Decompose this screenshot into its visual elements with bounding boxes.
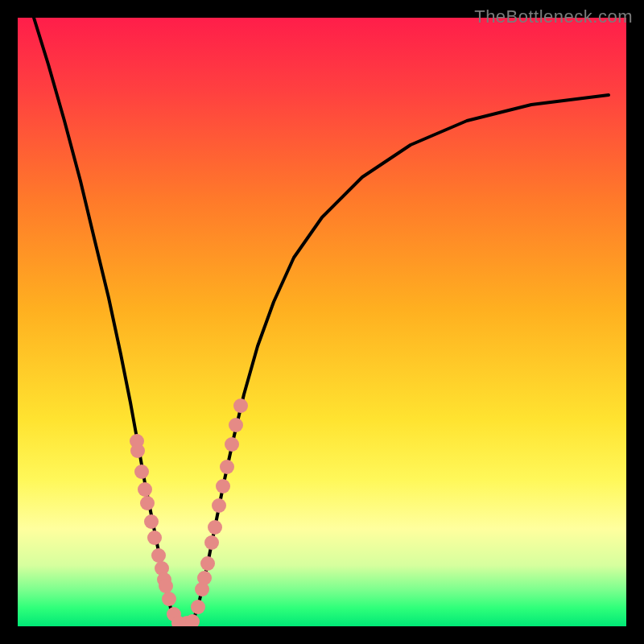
marker-group xyxy=(130,398,248,626)
data-marker xyxy=(162,592,176,606)
data-marker xyxy=(151,548,166,563)
data-marker xyxy=(229,418,243,432)
data-marker xyxy=(130,444,145,458)
data-marker xyxy=(212,498,226,513)
data-marker xyxy=(233,398,248,413)
chart-canvas: TheBottleneck.com xyxy=(0,0,644,644)
data-marker xyxy=(208,520,222,535)
data-marker xyxy=(197,571,212,585)
data-marker xyxy=(147,530,162,545)
watermark-text: TheBottleneck.com xyxy=(474,6,633,27)
chart-svg xyxy=(18,18,626,626)
data-marker xyxy=(134,464,149,479)
data-marker xyxy=(220,460,234,474)
data-marker xyxy=(204,535,219,550)
data-marker xyxy=(144,514,159,529)
data-marker xyxy=(191,600,205,614)
data-marker xyxy=(200,556,215,571)
data-marker xyxy=(159,579,173,593)
data-marker xyxy=(138,482,152,497)
bottleneck-curve xyxy=(34,18,609,624)
data-marker xyxy=(140,496,155,510)
data-marker xyxy=(225,437,239,452)
data-marker xyxy=(216,479,230,493)
